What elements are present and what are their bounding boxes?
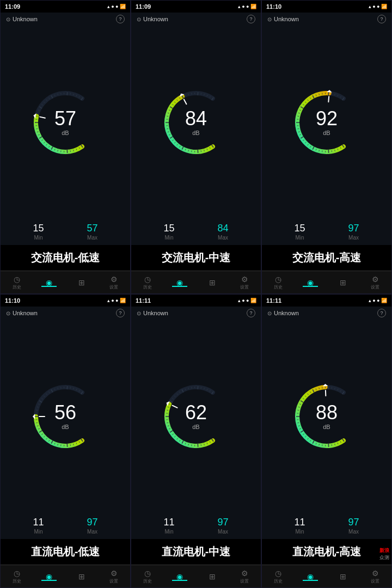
min-value: 11: [163, 517, 174, 528]
status-bar: 11:10▴︎ ● ● 📶: [262, 1, 391, 13]
min-item: 15Min: [294, 223, 305, 241]
nav-grid[interactable]: ⊞: [196, 572, 229, 581]
nav-history[interactable]: ◷历史: [131, 275, 164, 290]
gauge-value: 57dB: [54, 109, 76, 136]
max-label: Max: [217, 529, 228, 535]
max-value: 84: [217, 223, 228, 234]
gauge-unit: dB: [185, 424, 207, 430]
min-item: 11Min: [294, 517, 305, 535]
help-icon[interactable]: ?: [377, 309, 386, 317]
nav-active-indicator: [172, 286, 187, 287]
max-value: 97: [87, 517, 97, 528]
nav-grid[interactable]: ⊞: [196, 278, 229, 287]
nav-settings-label: 设置: [109, 578, 118, 584]
nav-settings-icon: ⚙: [241, 569, 248, 578]
nav-history[interactable]: ◷历史: [1, 569, 33, 584]
label-text: 交流电机-中速: [162, 252, 231, 264]
watermark-zc: 众测: [379, 554, 389, 561]
svg-line-127: [328, 96, 329, 102]
gauge-value: 84dB: [185, 109, 207, 136]
svg-line-79: [201, 93, 201, 95]
max-value: 97: [348, 223, 359, 234]
gauge-unit: dB: [316, 130, 338, 136]
svg-line-251: [332, 387, 332, 389]
nav-measure[interactable]: ◉: [295, 572, 327, 581]
gauge-number: 57: [54, 109, 76, 128]
max-value: 97: [348, 517, 359, 528]
max-label: Max: [87, 235, 97, 241]
gauge-wrap: 84dB: [131, 26, 261, 219]
nav-measure[interactable]: ◉: [164, 278, 197, 287]
gauge-number: 92: [316, 109, 338, 128]
nav-measure[interactable]: ◉: [33, 278, 66, 287]
gauge-wrap: 92dB: [262, 26, 391, 219]
svg-line-47: [201, 150, 201, 152]
min-label: Min: [294, 235, 305, 241]
min-item: 11Min: [163, 517, 174, 535]
status-time: 11:10: [5, 297, 20, 304]
bottom-nav: ◷历史◉⊞⚙设置: [1, 271, 130, 293]
location-name: Unknown: [143, 310, 168, 316]
svg-line-165: [70, 387, 71, 389]
help-icon[interactable]: ?: [247, 309, 255, 317]
location-name: Unknown: [274, 16, 299, 22]
nav-active-indicator: [303, 286, 318, 287]
nav-grid-icon: ⊞: [78, 572, 85, 581]
nav-history[interactable]: ◷历史: [262, 569, 295, 584]
nav-settings[interactable]: ⚙设置: [359, 569, 392, 584]
nav-measure[interactable]: ◉: [295, 278, 327, 287]
nav-grid[interactable]: ⊞: [65, 278, 98, 287]
location-left: ⊙Unknown: [137, 16, 168, 22]
nav-history-icon: ◷: [275, 275, 281, 284]
nav-grid-icon: ⊞: [340, 278, 346, 287]
nav-settings-icon: ⚙: [372, 569, 379, 578]
nav-history-label: 历史: [274, 284, 283, 290]
min-value: 11: [33, 517, 44, 528]
nav-grid[interactable]: ⊞: [65, 572, 98, 581]
nav-active-indicator: [41, 286, 57, 287]
max-label: Max: [348, 529, 359, 535]
nav-settings[interactable]: ⚙设置: [229, 569, 261, 584]
nav-settings[interactable]: ⚙设置: [98, 569, 131, 584]
nav-settings-label: 设置: [109, 284, 118, 290]
nav-history-icon: ◷: [14, 569, 20, 578]
max-item: 97Max: [217, 517, 228, 535]
label-banner: 直流电机-中速: [131, 539, 261, 565]
nav-measure[interactable]: ◉: [33, 572, 66, 581]
status-icons: ▴︎ ● ● 📶: [369, 4, 387, 9]
max-label: Max: [217, 235, 228, 241]
nav-history-label: 历史: [13, 578, 21, 584]
help-icon[interactable]: ?: [116, 15, 125, 23]
nav-settings[interactable]: ⚙设置: [98, 275, 131, 290]
bottom-nav: ◷历史◉⊞⚙设置: [131, 271, 261, 293]
location-name: Unknown: [274, 310, 299, 316]
nav-grid[interactable]: ⊞: [327, 572, 359, 581]
nav-grid[interactable]: ⊞: [327, 278, 359, 287]
nav-history[interactable]: ◷历史: [131, 569, 164, 584]
nav-measure[interactable]: ◉: [164, 572, 197, 581]
help-icon[interactable]: ?: [247, 15, 255, 23]
nav-settings[interactable]: ⚙设置: [229, 275, 261, 290]
gauge-value: 88dB: [316, 403, 338, 430]
max-label: Max: [348, 235, 359, 241]
location-left: ⊙Unknown: [6, 16, 38, 22]
location-left: ⊙Unknown: [137, 310, 168, 316]
min-value: 15: [163, 223, 174, 234]
help-icon[interactable]: ?: [116, 309, 125, 317]
gauge-wrap: 88dB: [262, 320, 391, 513]
nav-history-label: 历史: [143, 578, 152, 584]
location-name: Unknown: [143, 16, 168, 22]
gauge-number: 88: [316, 403, 338, 422]
nav-settings[interactable]: ⚙设置: [359, 275, 392, 290]
status-bar: 11:11▴︎ ● ● 📶: [131, 295, 261, 307]
max-label: Max: [87, 529, 97, 535]
nav-history[interactable]: ◷历史: [262, 275, 295, 290]
min-value: 11: [294, 517, 305, 528]
nav-history[interactable]: ◷历史: [1, 275, 33, 290]
cell-dc-low: 11:10▴︎ ● ● 📶⊙Unknown?56dB11Min97Max直流电机…: [0, 294, 131, 588]
max-item: 84Max: [217, 223, 228, 241]
help-icon[interactable]: ?: [377, 15, 386, 23]
nav-grid-icon: ⊞: [340, 572, 346, 581]
svg-line-122: [332, 93, 332, 95]
gauge-value: 56dB: [54, 403, 76, 430]
